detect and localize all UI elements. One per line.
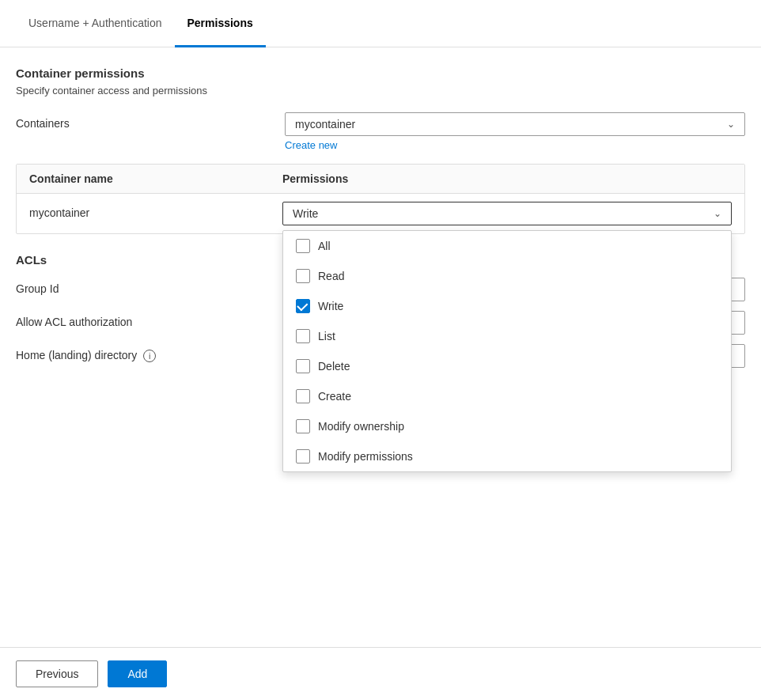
permission-label-list: List — [318, 330, 335, 342]
permission-option-modify-permissions[interactable]: Modify permissions — [283, 441, 731, 471]
permission-checkbox-create[interactable] — [296, 389, 310, 403]
permissions-selected-value: Write — [293, 207, 318, 220]
permission-option-create[interactable]: Create — [283, 381, 731, 411]
main-content: Container permissions Specify container … — [0, 47, 761, 396]
permission-checkbox-modify-ownership[interactable] — [296, 419, 310, 433]
permissions-dropdown[interactable]: Write ⌄ — [282, 202, 732, 225]
containers-control: mycontainer ⌄ Create new — [285, 112, 745, 151]
containers-row: Containers mycontainer ⌄ Create new — [16, 112, 745, 151]
permission-label-delete: Delete — [318, 360, 350, 373]
permission-label-modify-permissions: Modify permissions — [318, 450, 413, 463]
containers-dropdown[interactable]: mycontainer ⌄ — [285, 112, 745, 136]
table-header-permissions: Permissions — [282, 172, 732, 185]
permission-label-all: All — [318, 240, 331, 252]
table-header: Container name Permissions — [17, 165, 744, 194]
containers-label: Containers — [16, 112, 285, 130]
permission-checkbox-all[interactable] — [296, 239, 310, 253]
containers-chevron-icon: ⌄ — [727, 119, 735, 130]
add-button[interactable]: Add — [108, 660, 167, 687]
section-description: Specify container access and permissions — [16, 85, 745, 96]
permission-label-modify-ownership: Modify ownership — [318, 420, 404, 433]
create-new-link[interactable]: Create new — [285, 139, 337, 151]
table-row: mycontainer Write ⌄ All Read — [17, 194, 744, 233]
permission-checkbox-read[interactable] — [296, 269, 310, 283]
tab-username-auth[interactable]: Username + Authentication — [16, 0, 175, 47]
home-dir-info-icon[interactable]: i — [143, 350, 156, 362]
permission-checkbox-write[interactable] — [296, 299, 310, 313]
permission-option-all[interactable]: All — [283, 231, 731, 261]
tab-bar: Username + Authentication Permissions — [0, 0, 761, 47]
permission-checkbox-delete[interactable] — [296, 359, 310, 373]
permission-label-write: Write — [318, 300, 343, 312]
group-id-label: Group Id — [16, 278, 285, 295]
containers-value: mycontainer — [295, 118, 355, 131]
table-row-permissions-cell: Write ⌄ All Read Write — [282, 202, 732, 225]
home-dir-label: Home (landing) directory i — [16, 344, 285, 362]
previous-button[interactable]: Previous — [16, 660, 98, 687]
permissions-chevron-icon: ⌄ — [714, 208, 721, 219]
permissions-menu: All Read Write List — [282, 230, 732, 472]
permission-option-delete[interactable]: Delete — [283, 351, 731, 381]
tab-permissions[interactable]: Permissions — [175, 0, 266, 47]
permission-label-read: Read — [318, 270, 344, 282]
permission-option-read[interactable]: Read — [283, 261, 731, 291]
permission-label-create: Create — [318, 390, 351, 403]
permission-option-write[interactable]: Write — [283, 291, 731, 321]
permission-checkbox-list[interactable] — [296, 329, 310, 343]
container-permissions-table: Container name Permissions mycontainer W… — [16, 164, 745, 234]
permission-option-modify-ownership[interactable]: Modify ownership — [283, 411, 731, 441]
section-title: Container permissions — [16, 66, 745, 80]
table-row-container-name: mycontainer — [29, 202, 282, 219]
permission-checkbox-modify-permissions[interactable] — [296, 449, 310, 464]
table-header-name: Container name — [29, 172, 282, 185]
permission-option-list[interactable]: List — [283, 321, 731, 351]
allow-acl-label: Allow ACL authorization — [16, 311, 285, 328]
footer-bar: Previous Add — [0, 647, 761, 700]
